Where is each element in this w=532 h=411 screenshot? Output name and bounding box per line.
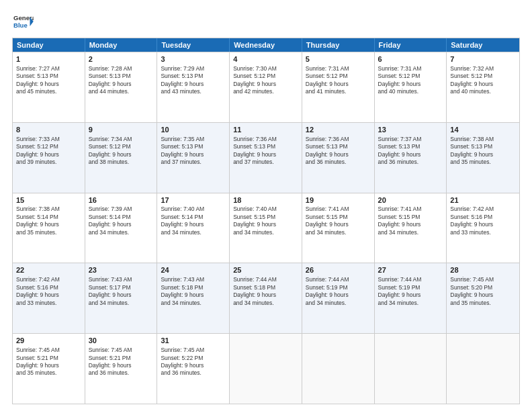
day-info-line: Daylight: 9 hours <box>450 81 516 88</box>
day-info-line: and 34 minutes. <box>378 229 443 236</box>
svg-text:Blue: Blue <box>13 21 28 29</box>
header: General Blue <box>12 12 520 31</box>
day-info-line: and 34 minutes. <box>233 300 298 307</box>
day-info-line: Sunrise: 7:40 AM <box>233 205 298 213</box>
day-info-line: Daylight: 9 hours <box>161 221 226 228</box>
day-info-line: Daylight: 9 hours <box>89 291 154 299</box>
day-info-line: and 37 minutes. <box>161 158 226 166</box>
day-number: 29 <box>16 336 81 346</box>
day-number: 4 <box>233 54 298 64</box>
day-info-line: and 33 minutes. <box>450 229 516 236</box>
day-cell-13: 13Sunrise: 7:37 AMSunset: 5:13 PMDayligh… <box>375 123 447 193</box>
day-info-line: Daylight: 9 hours <box>306 81 371 88</box>
header-day-wednesday: Wednesday <box>230 38 302 52</box>
day-info-line: Sunset: 5:15 PM <box>306 214 371 221</box>
day-info-line: Sunrise: 7:44 AM <box>378 276 443 283</box>
day-info-line: and 35 minutes. <box>16 229 81 236</box>
calendar-header: SundayMondayTuesdayWednesdayThursdayFrid… <box>13 38 519 52</box>
day-cell-31: 31Sunrise: 7:45 AMSunset: 5:22 PMDayligh… <box>157 334 230 404</box>
day-info-line: and 36 minutes. <box>378 158 443 166</box>
day-info-line: Sunrise: 7:44 AM <box>233 276 298 283</box>
day-info-line: Sunrise: 7:31 AM <box>378 65 443 73</box>
day-info-line: Daylight: 9 hours <box>89 362 154 369</box>
day-cell-7: 7Sunrise: 7:32 AMSunset: 5:12 PMDaylight… <box>447 52 519 122</box>
day-cell-23: 23Sunrise: 7:43 AMSunset: 5:17 PMDayligh… <box>85 263 158 333</box>
day-number: 3 <box>161 54 226 64</box>
day-cell-28: 28Sunrise: 7:45 AMSunset: 5:20 PMDayligh… <box>447 263 519 333</box>
day-info-line: Sunrise: 7:31 AM <box>306 65 371 73</box>
day-cell-5: 5Sunrise: 7:31 AMSunset: 5:12 PMDaylight… <box>302 52 375 122</box>
day-info-line: Daylight: 9 hours <box>233 151 298 158</box>
day-cell-11: 11Sunrise: 7:36 AMSunset: 5:13 PMDayligh… <box>230 123 302 193</box>
day-cell-16: 16Sunrise: 7:39 AMSunset: 5:14 PMDayligh… <box>85 193 158 263</box>
day-info-line: Sunset: 5:14 PM <box>16 214 81 221</box>
day-info-line: Sunset: 5:13 PM <box>450 143 516 150</box>
day-cell-9: 9Sunrise: 7:34 AMSunset: 5:12 PMDaylight… <box>85 123 158 193</box>
day-info-line: Daylight: 9 hours <box>161 362 226 369</box>
day-info-line: and 36 minutes. <box>89 369 154 377</box>
day-number: 18 <box>233 195 298 205</box>
day-cell-1: 1Sunrise: 7:27 AMSunset: 5:13 PMDaylight… <box>13 52 85 122</box>
day-info-line: Sunrise: 7:33 AM <box>16 136 81 143</box>
header-day-sunday: Sunday <box>13 38 85 52</box>
day-cell-20: 20Sunrise: 7:41 AMSunset: 5:15 PMDayligh… <box>375 193 447 263</box>
day-info-line: Daylight: 9 hours <box>378 151 443 158</box>
day-info-line: Sunset: 5:15 PM <box>378 214 443 221</box>
day-info-line: and 34 minutes. <box>306 300 371 307</box>
day-number: 23 <box>89 265 154 275</box>
day-info-line: Daylight: 9 hours <box>378 291 443 299</box>
day-info-line: Daylight: 9 hours <box>89 81 154 88</box>
day-info-line: Sunset: 5:22 PM <box>161 355 226 362</box>
day-number: 31 <box>161 336 226 346</box>
day-number: 26 <box>306 265 371 275</box>
day-info-line: Sunrise: 7:34 AM <box>89 136 154 143</box>
calendar-body: 1Sunrise: 7:27 AMSunset: 5:13 PMDaylight… <box>13 52 519 404</box>
day-info-line: Sunrise: 7:43 AM <box>161 276 226 283</box>
day-info-line: and 37 minutes. <box>233 158 298 166</box>
day-info-line: Daylight: 9 hours <box>16 151 81 158</box>
day-info-line: Sunset: 5:13 PM <box>306 143 371 150</box>
day-number: 10 <box>161 125 226 135</box>
calendar-row-3: 15Sunrise: 7:38 AMSunset: 5:14 PMDayligh… <box>13 193 519 263</box>
day-cell-30: 30Sunrise: 7:45 AMSunset: 5:21 PMDayligh… <box>85 334 158 404</box>
day-info-line: and 33 minutes. <box>16 300 81 307</box>
day-info-line: Sunset: 5:20 PM <box>450 284 516 291</box>
day-info-line: Sunset: 5:13 PM <box>89 73 154 80</box>
day-number: 25 <box>233 265 298 275</box>
day-cell-4: 4Sunrise: 7:30 AMSunset: 5:12 PMDaylight… <box>230 52 302 122</box>
day-info-line: and 39 minutes. <box>16 158 81 166</box>
day-info-line: Daylight: 9 hours <box>233 221 298 228</box>
day-info-line: Sunrise: 7:39 AM <box>89 205 154 213</box>
day-info-line: Daylight: 9 hours <box>233 291 298 299</box>
day-info-line: and 42 minutes. <box>233 88 298 95</box>
day-cell-10: 10Sunrise: 7:35 AMSunset: 5:13 PMDayligh… <box>157 123 230 193</box>
day-info-line: Sunset: 5:12 PM <box>16 143 81 150</box>
day-info-line: and 34 minutes. <box>89 229 154 236</box>
day-info-line: Sunset: 5:12 PM <box>450 73 516 80</box>
day-info-line: and 34 minutes. <box>161 229 226 236</box>
day-number: 14 <box>450 125 516 135</box>
day-info-line: Sunset: 5:19 PM <box>378 284 443 291</box>
day-info-line: and 35 minutes. <box>450 300 516 307</box>
calendar-row-2: 8Sunrise: 7:33 AMSunset: 5:12 PMDaylight… <box>13 122 519 193</box>
logo: General Blue <box>12 12 34 31</box>
header-day-monday: Monday <box>85 38 158 52</box>
day-info-line: Sunset: 5:13 PM <box>16 73 81 80</box>
empty-cell <box>302 334 375 404</box>
day-cell-26: 26Sunrise: 7:44 AMSunset: 5:19 PMDayligh… <box>302 263 375 333</box>
day-number: 13 <box>378 125 443 135</box>
day-number: 21 <box>450 195 516 205</box>
header-day-tuesday: Tuesday <box>157 38 230 52</box>
day-cell-24: 24Sunrise: 7:43 AMSunset: 5:18 PMDayligh… <box>157 263 230 333</box>
day-info-line: Sunset: 5:13 PM <box>161 143 226 150</box>
day-info-line: Sunrise: 7:44 AM <box>306 276 371 283</box>
day-info-line: Sunset: 5:13 PM <box>378 143 443 150</box>
day-info-line: Daylight: 9 hours <box>16 81 81 88</box>
day-info-line: and 34 minutes. <box>378 300 443 307</box>
day-info-line: Daylight: 9 hours <box>450 151 516 158</box>
day-number: 24 <box>161 265 226 275</box>
day-info-line: Sunrise: 7:42 AM <box>450 205 516 213</box>
day-info-line: Sunset: 5:13 PM <box>161 73 226 80</box>
day-info-line: Daylight: 9 hours <box>161 291 226 299</box>
day-number: 22 <box>16 265 81 275</box>
